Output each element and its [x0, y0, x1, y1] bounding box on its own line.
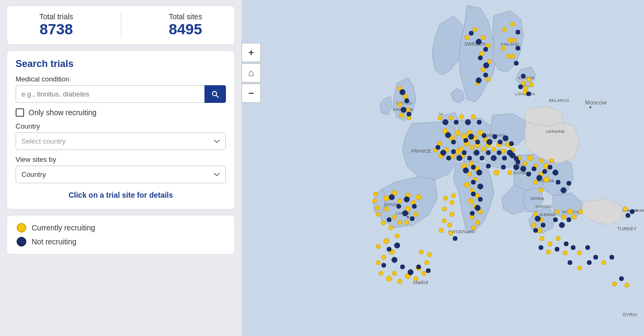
svg-point-180	[407, 112, 411, 116]
svg-point-32	[501, 149, 506, 153]
svg-point-246	[546, 250, 551, 254]
svg-point-130	[475, 140, 480, 144]
svg-point-145	[553, 170, 558, 175]
spain-label: SPAIN	[384, 202, 398, 207]
svg-point-59	[398, 279, 402, 283]
svg-point-91	[528, 155, 533, 161]
svg-point-65	[427, 252, 431, 257]
svg-point-241	[540, 236, 544, 241]
svg-point-200	[467, 156, 472, 160]
svg-point-103	[486, 43, 491, 48]
svg-point-146	[463, 168, 469, 173]
svg-point-75	[469, 198, 474, 204]
svg-point-126	[445, 132, 451, 138]
svg-point-99	[539, 188, 543, 192]
svg-point-58	[392, 271, 397, 275]
svg-point-221	[579, 210, 583, 214]
svg-point-102	[481, 35, 485, 40]
view-by-select[interactable]: Country City Hospital	[16, 166, 226, 183]
svg-point-47	[405, 220, 409, 225]
svg-point-185	[561, 188, 566, 193]
total-sites-label: Total sites	[169, 12, 202, 21]
svg-point-268	[477, 120, 481, 124]
svg-point-120	[372, 199, 377, 203]
svg-point-129	[469, 134, 474, 139]
svg-point-207	[507, 150, 513, 155]
home-button[interactable]: ⌂	[241, 63, 261, 83]
svg-text:ALBANIA: ALBANIA	[539, 213, 555, 216]
only-recruiting-checkbox[interactable]	[16, 108, 24, 117]
recruiting-checkbox-row: Only show recruiting	[16, 108, 226, 117]
condition-input[interactable]	[16, 85, 204, 103]
svg-line-1	[216, 95, 218, 97]
svg-point-195	[441, 150, 446, 155]
svg-point-163	[387, 247, 391, 251]
svg-point-262	[443, 120, 448, 125]
svg-point-255	[594, 255, 598, 259]
svg-point-218	[561, 215, 566, 219]
svg-point-74	[475, 193, 480, 198]
svg-text:KOSOVO: KOSOVO	[536, 205, 552, 208]
condition-field: Medical condition	[16, 75, 226, 103]
map-area[interactable]: + ⌂ −	[241, 0, 644, 336]
total-trials-stat: Total trials 8738	[39, 12, 73, 38]
svg-point-7	[407, 216, 409, 218]
belarus-label: BELARUS	[549, 98, 569, 103]
zoom-in-button[interactable]: +	[241, 43, 261, 62]
svg-point-153	[475, 205, 480, 211]
svg-point-174	[484, 63, 489, 68]
svg-point-247	[555, 247, 559, 251]
svg-point-165	[382, 263, 386, 267]
condition-label: Medical condition	[16, 75, 226, 83]
search-icon	[211, 90, 219, 99]
svg-point-242	[548, 242, 552, 246]
svg-point-104	[480, 51, 484, 56]
svg-point-43	[392, 215, 397, 219]
svg-point-179	[401, 107, 406, 113]
svg-point-148	[477, 170, 482, 175]
svg-point-235	[514, 61, 518, 65]
svg-point-48	[389, 226, 393, 230]
svg-point-44	[398, 220, 402, 225]
total-sites-stat: Total sites 8495	[169, 12, 202, 38]
svg-point-261	[438, 116, 442, 120]
svg-point-101	[473, 27, 477, 32]
svg-point-231	[516, 30, 520, 34]
svg-point-197	[451, 150, 456, 154]
turkey-label: TURKEY	[617, 226, 637, 232]
svg-point-204	[491, 155, 496, 161]
svg-point-52	[376, 244, 380, 249]
svg-point-184	[556, 180, 560, 184]
search-button[interactable]	[204, 85, 226, 103]
svg-point-25	[470, 145, 474, 150]
not-recruiting-dot	[17, 237, 26, 247]
zoom-out-button[interactable]: −	[241, 84, 261, 103]
svg-point-100	[465, 35, 469, 40]
svg-point-158	[412, 204, 416, 208]
svg-point-62	[422, 271, 426, 275]
legend-recruiting: Currently recruiting	[17, 223, 225, 233]
svg-point-119	[374, 192, 378, 196]
svg-point-79	[475, 220, 480, 225]
search-title: Search trials	[16, 58, 226, 70]
svg-point-106	[481, 68, 485, 72]
svg-point-143	[543, 169, 547, 174]
svg-point-161	[387, 218, 391, 222]
svg-point-203	[486, 151, 491, 155]
svg-text:NE...: NE...	[439, 113, 447, 116]
recruiting-dot	[17, 223, 26, 233]
svg-point-149	[471, 180, 475, 184]
svg-point-209	[521, 81, 525, 85]
not-recruiting-label: Not recruiting	[32, 237, 76, 246]
sweden-label: SWEDEN	[464, 41, 486, 47]
svg-point-234	[510, 54, 515, 58]
svg-point-237	[494, 170, 499, 175]
svg-text:SERBIA: SERBIA	[530, 197, 544, 200]
svg-point-81	[451, 193, 456, 198]
svg-point-61	[414, 277, 418, 281]
svg-point-152	[478, 197, 482, 201]
svg-point-26	[459, 147, 464, 151]
country-select[interactable]: Select country Germany France Spain Ital…	[16, 132, 226, 150]
svg-point-244	[564, 242, 568, 246]
france-label: FRANCE	[411, 148, 431, 154]
